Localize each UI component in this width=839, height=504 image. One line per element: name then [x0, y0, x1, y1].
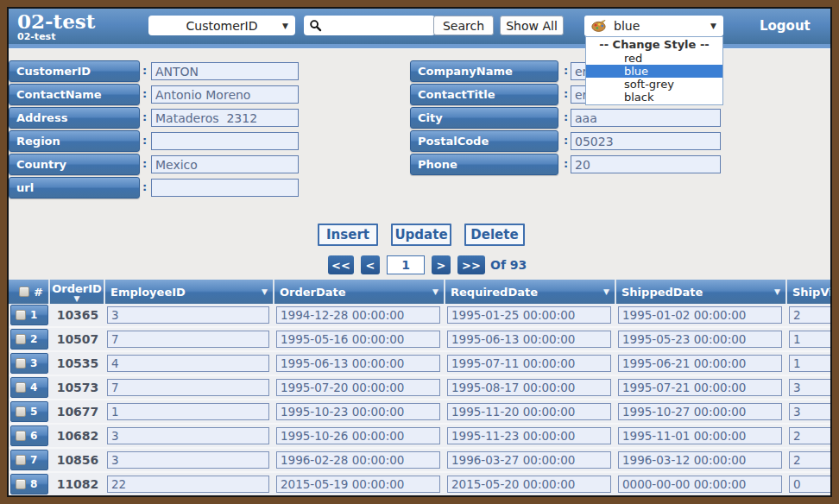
- ship_via-value-box[interactable]: 3: [789, 379, 830, 396]
- employee_id-value-box[interactable]: 3: [107, 451, 269, 469]
- search-field-select[interactable]: CustomerID ▼: [148, 16, 295, 35]
- employee_id-value-box[interactable]: 22: [107, 476, 269, 493]
- order_date-value-box[interactable]: 1995-10-26 00:00:00: [276, 427, 440, 444]
- shipped_date-value-box[interactable]: 1995-06-21 00:00:00: [618, 355, 782, 372]
- row-checkbox[interactable]: [16, 334, 26, 344]
- shipped_date-value-box[interactable]: 1995-10-27 00:00:00: [618, 403, 782, 420]
- Region-input[interactable]: [151, 132, 299, 150]
- ship_via-value-box[interactable]: 1: [789, 355, 830, 372]
- delete-button[interactable]: Delete: [464, 224, 525, 246]
- Phone-input[interactable]: [571, 155, 721, 173]
- required_date-value-box[interactable]: 1995-11-23 00:00:00: [447, 427, 611, 444]
- ship_via-value-box[interactable]: 1: [789, 331, 830, 348]
- row-checkbox[interactable]: [16, 479, 26, 489]
- required_date-value-box[interactable]: 1995-06-13 00:00:00: [447, 331, 611, 348]
- ContactName-input[interactable]: [151, 85, 299, 104]
- url-input[interactable]: [151, 179, 299, 197]
- City-input[interactable]: [571, 109, 721, 127]
- row-number-button[interactable]: 7: [10, 450, 48, 470]
- shipped_date-value-box[interactable]: 0000-00-00 00:00:00: [618, 476, 782, 493]
- search-button[interactable]: Search: [433, 16, 494, 35]
- logout-button[interactable]: Logout: [760, 18, 811, 34]
- required_date-value-box[interactable]: 1995-01-25 00:00:00: [447, 306, 611, 324]
- row-number-button[interactable]: 3: [10, 353, 48, 374]
- shipped_date-value-box[interactable]: 1995-07-21 00:00:00: [618, 379, 782, 396]
- row-number-button[interactable]: 2: [10, 329, 48, 350]
- row-checkbox[interactable]: [16, 382, 26, 393]
- employee_id-value-box[interactable]: 7: [107, 331, 269, 348]
- row-number-button[interactable]: 5: [10, 401, 48, 422]
- row-checkbox[interactable]: [16, 455, 26, 465]
- insert-button[interactable]: Insert: [318, 224, 378, 246]
- row-number-button[interactable]: 8: [10, 474, 48, 495]
- next-page-button[interactable]: >: [432, 255, 451, 274]
- order_date-value-box[interactable]: 1995-07-20 00:00:00: [276, 379, 440, 396]
- ship_via-value-box[interactable]: 3: [789, 403, 830, 420]
- prev-page-button[interactable]: <: [361, 255, 380, 274]
- first-page-button[interactable]: <<: [328, 255, 354, 274]
- col-header-ShippedDate[interactable]: ShippedDate▼: [616, 280, 787, 304]
- search-input[interactable]: [325, 19, 425, 32]
- shipped_date-value-box[interactable]: 1995-11-01 00:00:00: [618, 427, 782, 444]
- form-row-Region: Region:: [9, 130, 371, 152]
- employee_id-value-box[interactable]: 3: [107, 306, 269, 324]
- order_date-value-box[interactable]: 1995-06-13 00:00:00: [276, 355, 440, 372]
- CustomerID-input[interactable]: [151, 62, 299, 80]
- last-page-button[interactable]: >>: [457, 255, 485, 274]
- required_date-value-box[interactable]: 1995-11-20 00:00:00: [447, 403, 611, 420]
- style-option-red[interactable]: red: [586, 52, 722, 65]
- col-header-OrderID[interactable]: OrderID▼: [50, 280, 105, 304]
- Country-label: Country: [9, 154, 140, 175]
- ContactName-label: ContactName: [9, 84, 140, 105]
- Region-label: Region: [9, 130, 140, 152]
- col-header-EmployeeID[interactable]: EmployeeID▼: [105, 280, 274, 304]
- row-number-button[interactable]: 1: [10, 305, 48, 325]
- style-select[interactable]: blue ▼: [584, 16, 723, 36]
- order_date-value-box[interactable]: 1995-05-16 00:00:00: [276, 331, 440, 348]
- Address-input[interactable]: [151, 109, 299, 127]
- style-option-black[interactable]: black: [586, 91, 722, 104]
- style-dropdown-list: -- Change Style -- redbluesoft-greyblack: [585, 36, 723, 105]
- shipped_date-value-box[interactable]: 1995-01-02 00:00:00: [618, 306, 782, 324]
- col-header-label: ShippedDate: [621, 286, 703, 299]
- style-option-header[interactable]: -- Change Style --: [586, 38, 722, 52]
- style-option-soft-grey[interactable]: soft-grey: [586, 78, 722, 91]
- required_date-value-box[interactable]: 1995-07-11 00:00:00: [447, 355, 611, 372]
- col-header-RequiredDate[interactable]: RequiredDate▼: [445, 280, 616, 304]
- employee_id-value-box[interactable]: 7: [107, 379, 269, 396]
- row-number-button[interactable]: 6: [10, 425, 48, 446]
- row-select-cell: 4: [9, 376, 50, 400]
- col-header-ShipVia[interactable]: ShipVia▼: [787, 280, 830, 304]
- employee_id-value-box[interactable]: 1: [107, 403, 269, 420]
- select-all-checkbox[interactable]: [19, 287, 29, 297]
- order_date-value-box[interactable]: 1994-12-28 00:00:00: [276, 306, 440, 324]
- PostalCode-input[interactable]: [571, 132, 721, 150]
- employee_id-value-box[interactable]: 4: [107, 355, 269, 372]
- ship_via-value-box[interactable]: 2: [789, 451, 830, 469]
- row-checkbox[interactable]: [16, 310, 26, 320]
- order_date-value-box[interactable]: 2015-05-19 00:00:00: [276, 476, 440, 493]
- ship_via-value-box[interactable]: 2: [789, 427, 830, 444]
- col-header-#[interactable]: #: [9, 280, 50, 304]
- order_date-value-box[interactable]: 1995-10-23 00:00:00: [276, 403, 440, 420]
- shipped_date-value-box[interactable]: 1996-03-12 00:00:00: [618, 451, 782, 469]
- required_date-value-box[interactable]: 2015-05-20 00:00:00: [447, 476, 611, 493]
- employee_id-value-box[interactable]: 3: [107, 427, 269, 444]
- update-button[interactable]: Update: [391, 224, 451, 246]
- page-subtitle: 02-test: [17, 32, 95, 42]
- Country-input[interactable]: [151, 155, 299, 173]
- row-checkbox[interactable]: [16, 431, 26, 441]
- ship_via-value-box[interactable]: 2: [789, 306, 830, 324]
- required_date-value-box[interactable]: 1996-03-27 00:00:00: [447, 451, 611, 469]
- show-all-button[interactable]: Show All: [500, 16, 564, 35]
- required_date-value-box[interactable]: 1995-08-17 00:00:00: [447, 379, 611, 396]
- row-checkbox[interactable]: [16, 406, 26, 417]
- row-checkbox[interactable]: [16, 358, 26, 369]
- col-header-OrderDate[interactable]: OrderDate▼: [274, 280, 445, 304]
- ship_via-value-box[interactable]: 0: [789, 476, 830, 493]
- style-option-blue[interactable]: blue: [586, 65, 722, 78]
- row-number-button[interactable]: 4: [10, 377, 48, 398]
- order_date-value-box[interactable]: 1996-02-28 00:00:00: [276, 451, 440, 469]
- page-number-input[interactable]: [387, 255, 425, 274]
- shipped_date-value-box[interactable]: 1995-05-23 00:00:00: [618, 331, 782, 348]
